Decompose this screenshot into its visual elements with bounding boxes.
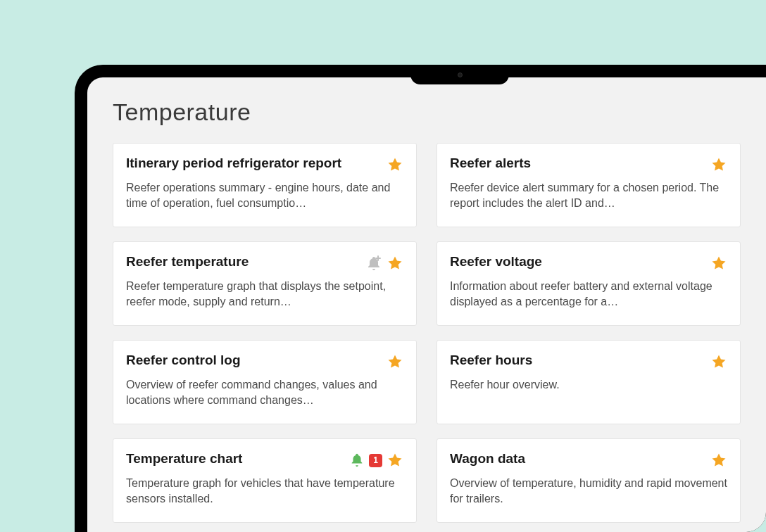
report-card[interactable]: Reefer temperatureReefer temperature gra… — [113, 241, 417, 326]
card-description: Reefer temperature graph that displays t… — [126, 279, 403, 310]
card-description: Reefer device alert summary for a chosen… — [450, 180, 727, 212]
star-icon[interactable] — [710, 452, 727, 469]
card-header: Reefer alerts — [450, 155, 727, 173]
report-card[interactable]: Reefer voltageInformation about reefer b… — [437, 241, 741, 326]
card-header: Reefer control log — [126, 352, 403, 370]
card-header: Reefer temperature — [126, 253, 403, 272]
app-screen: Temperature Itinerary period refrigerato… — [87, 77, 766, 532]
card-header: Itinerary period refrigerator report — [126, 155, 403, 173]
report-card[interactable]: Itinerary period refrigerator reportReef… — [113, 143, 417, 227]
card-description: Reefer operations summary - engine hours… — [126, 180, 403, 212]
report-card[interactable]: Reefer alertsReefer device alert summary… — [437, 143, 741, 227]
card-description: Overview of temperature, humidity and ra… — [450, 476, 727, 507]
bell-icon[interactable] — [349, 452, 365, 468]
camera-dot — [458, 72, 463, 77]
card-icons — [710, 156, 727, 173]
star-icon[interactable] — [387, 452, 403, 469]
card-icons — [710, 255, 727, 272]
card-header: Wagon data — [450, 450, 727, 469]
card-title: Reefer voltage — [450, 253, 703, 270]
card-header: Temperature chart1 — [126, 450, 403, 469]
star-icon[interactable] — [387, 353, 403, 370]
card-icons — [387, 156, 403, 173]
card-icons — [387, 353, 403, 370]
card-title: Reefer alerts — [450, 155, 703, 172]
card-description: Overview of reefer command changes, valu… — [126, 377, 403, 409]
card-icons: 1 — [349, 452, 403, 469]
star-icon[interactable] — [387, 156, 403, 173]
laptop-frame: Temperature Itinerary period refrigerato… — [75, 65, 766, 532]
star-icon[interactable] — [710, 156, 727, 173]
page-title: Temperature — [113, 99, 741, 126]
report-card[interactable]: Wagon dataOverview of temperature, humid… — [437, 438, 741, 523]
report-card[interactable]: Reefer control logOverview of reefer com… — [113, 340, 417, 424]
card-title: Reefer temperature — [126, 253, 358, 270]
card-icons — [710, 452, 727, 469]
card-description: Reefer hour overview. — [450, 377, 727, 393]
card-title: Temperature chart — [126, 450, 342, 467]
card-header: Reefer voltage — [450, 253, 727, 272]
card-title: Reefer hours — [450, 352, 703, 369]
report-card[interactable]: Temperature chart1Temperature graph for … — [113, 438, 417, 523]
card-icons — [710, 353, 727, 370]
star-icon[interactable] — [710, 255, 727, 272]
card-description: Information about reefer battery and ext… — [450, 279, 727, 310]
card-header: Reefer hours — [450, 352, 727, 370]
card-title: Reefer control log — [126, 352, 379, 369]
star-icon[interactable] — [710, 353, 727, 370]
laptop-notch — [410, 65, 509, 84]
card-title: Itinerary period refrigerator report — [126, 155, 379, 172]
notification-badge[interactable]: 1 — [369, 454, 382, 467]
card-icons — [365, 255, 403, 272]
report-card-grid: Itinerary period refrigerator reportReef… — [113, 143, 741, 523]
bell-add-icon[interactable] — [365, 255, 382, 272]
report-card[interactable]: Reefer hoursReefer hour overview. — [437, 340, 741, 424]
star-icon[interactable] — [387, 255, 403, 272]
card-title: Wagon data — [450, 450, 703, 467]
card-description: Temperature graph for vehicles that have… — [126, 476, 403, 507]
